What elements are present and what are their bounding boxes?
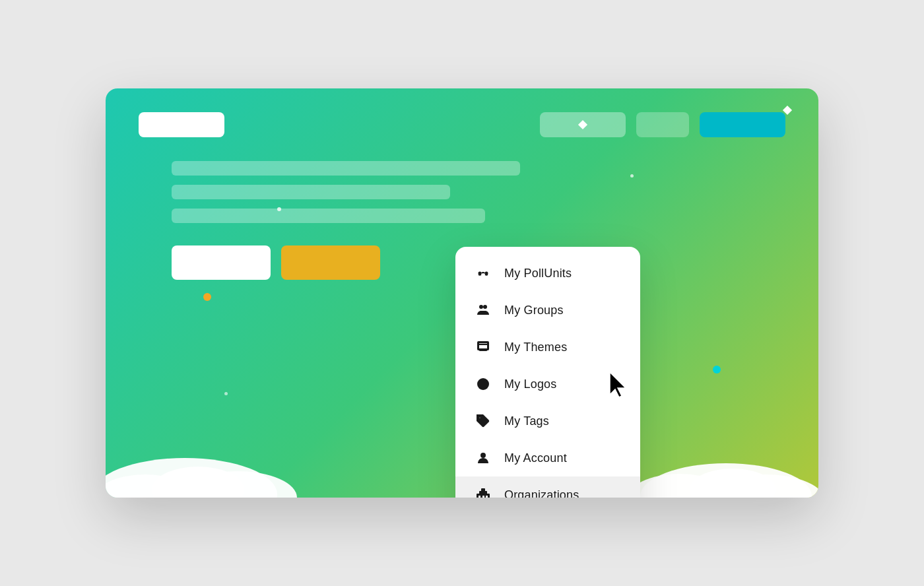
nav-item-1[interactable] bbox=[540, 112, 626, 137]
svg-point-2 bbox=[178, 471, 297, 498]
menu-item-account[interactable]: My Account bbox=[455, 440, 640, 476]
svg-rect-22 bbox=[481, 488, 485, 492]
top-bar bbox=[106, 112, 818, 137]
action-button-yellow[interactable] bbox=[281, 245, 380, 280]
dropdown-menu: My PollUnits My Groups My bbox=[455, 247, 640, 498]
menu-label-themes: My Themes bbox=[504, 341, 567, 354]
menu-label-groups: My Groups bbox=[504, 304, 564, 317]
logo bbox=[139, 112, 224, 137]
app-window: My PollUnits My Groups My bbox=[106, 88, 818, 498]
menu-label-pollunits: My PollUnits bbox=[504, 267, 572, 280]
svg-point-11 bbox=[479, 305, 483, 309]
content-bar-3 bbox=[172, 209, 485, 223]
nav-item-2[interactable] bbox=[636, 112, 689, 137]
svg-point-18 bbox=[479, 417, 481, 419]
groups-icon bbox=[474, 301, 492, 319]
svg-rect-24 bbox=[482, 496, 484, 498]
menu-item-tags[interactable]: My Tags bbox=[455, 403, 640, 440]
svg-point-5 bbox=[706, 474, 818, 498]
nav-diamond-icon bbox=[578, 120, 587, 129]
menu-item-logos[interactable]: My Logos bbox=[455, 366, 640, 403]
themes-icon bbox=[474, 338, 492, 356]
content-bar-1 bbox=[172, 161, 520, 176]
menu-item-pollunits[interactable]: My PollUnits bbox=[455, 255, 640, 292]
svg-point-3 bbox=[152, 467, 244, 498]
organizations-icon bbox=[474, 486, 492, 498]
svg-point-4 bbox=[640, 463, 812, 498]
cta-button[interactable] bbox=[700, 112, 785, 137]
menu-label-organizations: Organizations bbox=[504, 488, 579, 498]
menu-item-organizations[interactable]: Organizations bbox=[455, 476, 640, 498]
svg-point-0 bbox=[106, 458, 277, 498]
svg-point-17 bbox=[477, 378, 489, 390]
menu-label-tags: My Tags bbox=[504, 414, 549, 428]
menu-item-groups[interactable]: My Groups bbox=[455, 292, 640, 329]
pollunits-icon bbox=[474, 264, 492, 282]
content-bar-2 bbox=[172, 185, 450, 199]
tags-icon bbox=[474, 412, 492, 430]
menu-label-logos: My Logos bbox=[504, 377, 556, 391]
menu-label-account: My Account bbox=[504, 451, 567, 465]
svg-point-19 bbox=[480, 453, 486, 458]
svg-point-7 bbox=[690, 469, 776, 498]
menu-item-themes[interactable]: My Themes bbox=[455, 329, 640, 366]
svg-rect-15 bbox=[478, 342, 488, 344]
svg-point-12 bbox=[483, 305, 487, 309]
svg-point-6 bbox=[627, 474, 733, 498]
account-icon bbox=[474, 449, 492, 467]
action-button-white[interactable] bbox=[172, 245, 271, 280]
svg-rect-25 bbox=[486, 496, 488, 498]
svg-point-1 bbox=[106, 474, 198, 498]
logos-icon bbox=[474, 375, 492, 393]
svg-rect-23 bbox=[478, 496, 480, 498]
